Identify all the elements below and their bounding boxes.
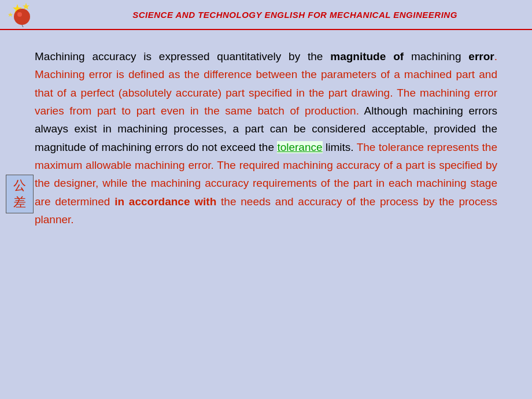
sentence1-middle: machining xyxy=(404,50,468,62)
svg-point-4 xyxy=(17,12,22,17)
header-title: SCIENCE AND TECHNOLOGY ENGLISH FOR MECHA… xyxy=(64,10,526,20)
svg-marker-2 xyxy=(8,12,13,17)
main-content: 公 差 Machining accuracy is expressed quan… xyxy=(0,30,532,240)
logo xyxy=(6,2,58,27)
chinese-badge: 公 差 xyxy=(6,175,34,213)
svg-marker-1 xyxy=(23,3,29,10)
tolerance-word: tolerance xyxy=(277,141,322,153)
bold-phrase: in accordance with xyxy=(114,195,216,208)
sentence3-end: limits. xyxy=(323,141,354,153)
svg-point-3 xyxy=(14,9,30,25)
sentence1-error: error xyxy=(468,50,494,62)
sentence1-bold: magnitude of xyxy=(330,50,404,62)
sentence1-black: Machining accuracy is expressed quantita… xyxy=(35,50,330,62)
svg-line-5 xyxy=(22,25,23,27)
header: SCIENCE AND TECHNOLOGY ENGLISH FOR MECHA… xyxy=(0,0,532,30)
main-paragraph: Machining accuracy is expressed quantita… xyxy=(35,47,497,228)
